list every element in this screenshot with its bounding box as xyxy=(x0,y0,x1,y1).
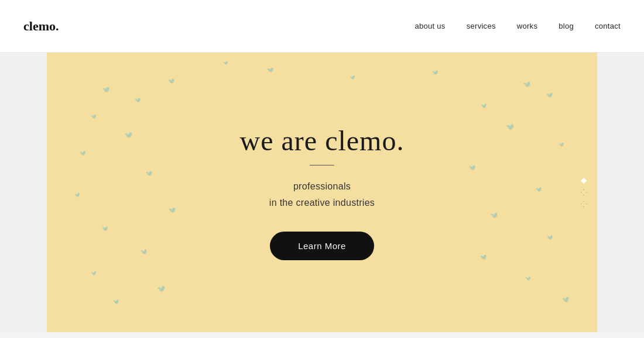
slider-dot-2[interactable] xyxy=(581,189,587,195)
hero-divider xyxy=(310,165,334,165)
hero-subtitle: professionals in the creative industries xyxy=(269,178,375,210)
nav-services[interactable]: services xyxy=(467,22,496,30)
logo[interactable]: clemo. xyxy=(23,19,59,34)
nav-blog[interactable]: blog xyxy=(559,22,574,30)
slider-dots xyxy=(581,178,587,207)
learn-more-button[interactable]: Learn More xyxy=(270,232,374,260)
nav-works[interactable]: works xyxy=(517,22,537,30)
nav-about-us[interactable]: about us xyxy=(415,22,445,30)
hero-section: 🐦 🐦 🐦 🐦 🐦 🐦 🐦 🐦 🐦 🐦 🐦 🐦 🐦 🐦 🐦 🐦 🐦 🐦 🐦 🐦 … xyxy=(47,53,597,332)
main-nav: about us services works blog contact xyxy=(415,22,621,30)
header: clemo. about us services works blog cont… xyxy=(0,0,644,53)
nav-contact[interactable]: contact xyxy=(595,22,621,30)
hero-title: we are clemo. xyxy=(240,125,405,157)
slider-dot-3[interactable] xyxy=(581,201,587,207)
page-wrapper: 🐦 🐦 🐦 🐦 🐦 🐦 🐦 🐦 🐦 🐦 🐦 🐦 🐦 🐦 🐦 🐦 🐦 🐦 🐦 🐦 … xyxy=(0,53,644,332)
slider-dot-1[interactable] xyxy=(581,178,587,184)
hero-content: we are clemo. professionals in the creat… xyxy=(240,125,405,260)
